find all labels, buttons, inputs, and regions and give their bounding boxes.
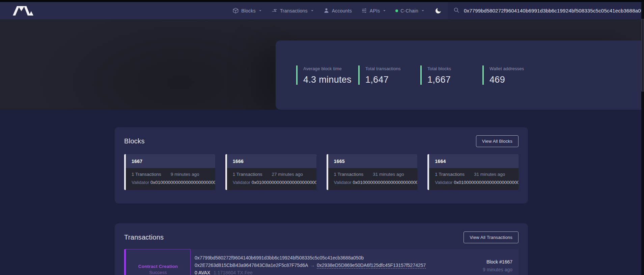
validator-label: Validator (435, 180, 452, 185)
search-input[interactable]: 0x7799bd580272f9604140b6991d3bb6c19924bf… (448, 2, 641, 19)
blocks-section-header: Blocks View All Blocks (115, 127, 528, 147)
validator-label: Validator (334, 180, 352, 185)
moon-icon (435, 7, 442, 15)
stat-wallet-addresses: Wallet addresses 469 (482, 65, 544, 85)
validator-address: 0x0100000000000000000000000... (353, 180, 418, 185)
block-number: 1665 (328, 154, 418, 168)
to-address-link[interactable]: 0x2938eD5D869e50DA6f125dfc45F13157f52742… (317, 263, 426, 269)
validator-address: 0x0100000000000000000000000... (454, 180, 519, 185)
nav-transactions[interactable]: Transactions (271, 7, 314, 14)
stats-row: Average block time 4.3 minutes Total tra… (296, 65, 544, 85)
stat-value: 4.3 minutes (303, 75, 358, 85)
transaction-row[interactable]: Contract Creation Success 0x7799bd580272… (124, 249, 519, 275)
view-all-transactions-button[interactable]: View All Transactions (464, 231, 519, 243)
blocks-title: Blocks (124, 137, 145, 145)
arrow-right-icon: → (310, 263, 315, 268)
nav-accounts[interactable]: Accounts (323, 7, 352, 14)
block-card-body: 1 Transactions 31 minutes ago Validator … (429, 168, 519, 190)
search-icon (453, 7, 460, 15)
person-icon (323, 7, 330, 14)
avalanche-logo-mark (12, 5, 33, 17)
from-address[interactable]: 0x2E7263d815CbB43a9647843C8a1e2F5c87F75d… (195, 263, 308, 268)
stat-label: Average block time (303, 65, 358, 71)
block-card-body: 1 Transactions 31 minutes ago Validator … (328, 168, 418, 190)
block-card[interactable]: 1666 1 Transactions 27 minutes ago Valid… (225, 154, 316, 190)
main-nav: Blocks Transactions (232, 7, 442, 15)
block-card-body: 1 Transactions 9 minutes ago Validator 0… (126, 168, 215, 190)
search-value: 0x7799bd580272f9604140b6991d3bb6c19924bf… (464, 8, 641, 13)
block-time-ago: 31 minutes ago (474, 172, 505, 177)
cube-icon (232, 7, 239, 14)
nav-label: Blocks (241, 8, 255, 13)
transaction-details: 0x7799bd580272f9604140b6991d3bb6c19924bf… (191, 249, 449, 275)
theme-toggle[interactable] (435, 7, 442, 15)
stat-value: 1,647 (365, 75, 420, 85)
chevron-down-icon (421, 9, 425, 12)
navbar: Blocks Transactions (0, 2, 644, 19)
stat-average-block-time: Average block time 4.3 minutes (296, 65, 358, 85)
hero-section: Average block time 4.3 minutes Total tra… (0, 19, 644, 110)
block-tx-count: 1 Transactions (334, 172, 364, 177)
status-dot-icon (395, 9, 398, 12)
block-card-body: 1 Transactions 27 minutes ago Validator … (227, 168, 316, 190)
block-time-ago: 31 minutes ago (373, 172, 404, 177)
nav-label: C-Chain (400, 8, 418, 13)
stat-value: 469 (489, 75, 544, 85)
stat-total-blocks: Total blocks 1,667 (420, 65, 482, 85)
transaction-amount: 0 AVAX (195, 270, 210, 275)
stat-total-transactions: Total transactions 1,647 (358, 65, 420, 85)
block-card-row: 1667 1 Transactions 9 minutes ago Valida… (115, 147, 528, 190)
nav-blocks[interactable]: Blocks (232, 7, 262, 14)
validator-label: Validator (132, 180, 149, 185)
block-tx-count: 1 Transactions (435, 172, 465, 177)
validator-address: 0x0100000000000000000000000... (150, 180, 215, 185)
block-link[interactable]: Block #1667 (449, 259, 512, 265)
block-card[interactable]: 1667 1 Transactions 9 minutes ago Valida… (124, 154, 215, 190)
chevron-down-icon (258, 9, 262, 12)
nav-c-chain[interactable]: C-Chain (395, 8, 425, 13)
transactions-title: Transactions (124, 233, 164, 241)
transaction-meta: Block #1667 9 minutes ago (449, 249, 519, 275)
scrollbar-thumb[interactable] (641, 19, 644, 91)
block-number: 1667 (126, 154, 215, 168)
transaction-status: Success (149, 270, 167, 275)
api-lines-icon (361, 7, 367, 14)
block-tx-count: 1 Transactions (132, 172, 161, 177)
nav-label: Accounts (332, 8, 352, 13)
validator-address: 0x0100000000000000000000000... (252, 180, 316, 185)
blocks-section: Blocks View All Blocks 1667 1 Transactio… (115, 127, 528, 203)
block-time-ago: 9 minutes ago (171, 172, 199, 177)
scrollbar[interactable] (641, 2, 644, 275)
chevron-down-icon (310, 9, 314, 12)
nav-apis[interactable]: APIs (361, 7, 386, 14)
stat-label: Total transactions (365, 65, 420, 71)
stat-label: Total blocks (427, 65, 482, 71)
validator-label: Validator (233, 180, 250, 185)
nav-label: Transactions (280, 8, 308, 13)
stat-value: 1,667 (427, 75, 482, 85)
stat-label: Wallet addresses (489, 65, 544, 71)
transaction-fee: 1.1718604 TX Fee (214, 270, 253, 275)
block-card[interactable]: 1665 1 Transactions 31 minutes ago Valid… (327, 154, 418, 190)
transaction-hash[interactable]: 0x7799bd580272f9604140b6991d3bb6c19924bf… (195, 254, 449, 262)
stats-panel: Average block time 4.3 minutes Total tra… (276, 40, 644, 110)
block-number: 1666 (227, 154, 316, 168)
transaction-type-badge: Contract Creation Success (124, 249, 191, 275)
block-number: 1664 (429, 154, 519, 168)
avalanche-logo[interactable] (12, 5, 33, 17)
transaction-time-ago: 9 minutes ago (449, 267, 512, 272)
block-time-ago: 27 minutes ago (272, 172, 303, 177)
transfer-icon (271, 7, 278, 14)
transactions-section-header: Transactions View All Transactions (115, 223, 528, 243)
block-tx-count: 1 Transactions (233, 172, 262, 177)
transactions-section: Transactions View All Transactions Contr… (115, 223, 528, 275)
nav-label: APIs (370, 8, 380, 13)
block-card[interactable]: 1664 1 Transactions 31 minutes ago Valid… (427, 154, 519, 190)
chevron-down-icon (383, 9, 386, 12)
transaction-type: Contract Creation (138, 264, 178, 269)
view-all-blocks-button[interactable]: View All Blocks (476, 135, 519, 147)
